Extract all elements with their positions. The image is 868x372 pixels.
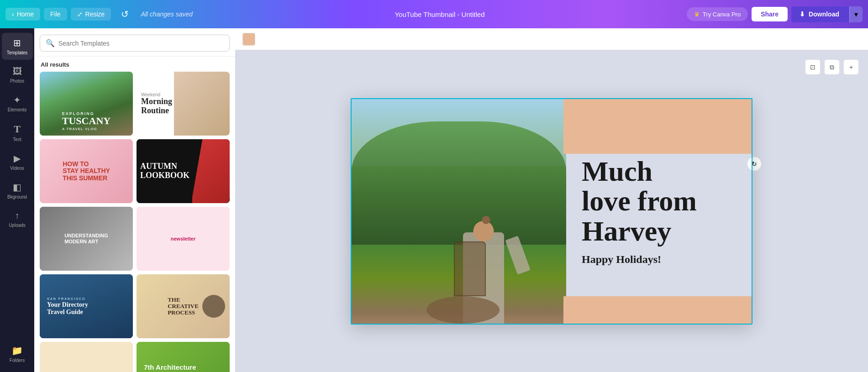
design-photo <box>352 99 566 324</box>
template-architecture[interactable]: 7th ArchitectureSummit REAL WORLD EFFICI… <box>137 342 230 372</box>
saved-status: All changes saved <box>141 10 193 18</box>
template-travel-guide[interactable]: SAN FRANCISCO Your DirectoryTravel Guide <box>40 274 133 338</box>
text-icon: T <box>14 123 21 135</box>
left-sidebar: ⊞ Templates 🖼 Photos ✦ Elements T Text ▶… <box>0 28 34 372</box>
search-wrap: 🔍 <box>40 35 230 52</box>
chevron-down-icon: ▾ <box>854 10 858 18</box>
sidebar-photos-label: Photos <box>10 79 24 84</box>
sidebar-uploads-label: Uploads <box>9 223 26 228</box>
sidebar-item-folders[interactable]: 📁 Folders <box>2 341 33 367</box>
design-photo-section <box>352 99 566 324</box>
download-icon: ⬇ <box>800 10 805 18</box>
undo-button[interactable]: ↺ <box>115 6 135 22</box>
template-modern-art[interactable]: UNDERSTANDINGMODERN ART <box>40 207 133 271</box>
color-swatch[interactable] <box>242 33 255 46</box>
elements-icon: ✦ <box>13 94 21 105</box>
sidebar-item-templates[interactable]: ⊞ Templates <box>2 33 33 60</box>
canvas-toolbar <box>235 28 868 50</box>
try-pro-button[interactable]: ♛ Try Canva Pro <box>687 7 748 21</box>
template-creative-process[interactable]: THECREATIVEPROCESS <box>137 274 230 338</box>
download-label: Download <box>809 10 839 18</box>
frame-square-button[interactable]: ⊡ <box>805 59 821 75</box>
template-tuscany[interactable]: EXPLORING TUSCANY A TRAVEL VLOG <box>40 72 133 136</box>
home-button[interactable]: ‹ Home <box>5 8 40 21</box>
results-label: All results <box>34 57 235 72</box>
chevron-left-icon: ‹ <box>12 10 14 18</box>
sidebar-item-elements[interactable]: ✦ Elements <box>2 90 33 117</box>
sidebar-item-text[interactable]: T Text <box>2 119 33 147</box>
background-icon: ◧ <box>13 182 21 193</box>
main-area: ⊞ Templates 🖼 Photos ✦ Elements T Text ▶… <box>0 28 868 372</box>
canvas-workspace[interactable]: ⊡ ⧉ + ↻ <box>235 50 868 372</box>
design-main-title: Much love from Harvey <box>582 157 733 246</box>
top-navbar: ‹ Home File ⤢ Resize ↺ All changes saved… <box>0 0 868 28</box>
download-wrapper: ⬇ Download ▾ <box>791 6 863 22</box>
resize-button[interactable]: ⤢ Resize <box>71 8 111 21</box>
document-title: YouTube Thumbnail - Untitled <box>395 10 484 18</box>
sidebar-videos-label: Videos <box>10 166 24 171</box>
design-subtitle: Happy Holidays! <box>582 253 733 266</box>
template-autumn[interactable]: AUTUMNLOOKBOOK <box>137 139 230 203</box>
resize-icon: ⤢ <box>77 10 83 18</box>
uploads-icon: ↑ <box>15 210 20 221</box>
templates-icon: ⊞ <box>13 37 21 48</box>
photos-icon: 🖼 <box>13 66 22 77</box>
home-label: Home <box>17 10 34 18</box>
folders-icon: 📁 <box>11 345 23 356</box>
templates-grid: EXPLORING TUSCANY A TRAVEL VLOG Weekend … <box>34 72 235 372</box>
sidebar-item-photos[interactable]: 🖼 Photos <box>2 62 33 88</box>
file-button[interactable]: File <box>44 8 67 21</box>
template-newsletter[interactable]: newsletter <box>137 207 230 271</box>
canvas-area: ⊡ ⧉ + ↻ <box>235 28 868 372</box>
sidebar-templates-label: Templates <box>7 50 28 55</box>
plus-icon: + <box>849 63 853 71</box>
search-section: 🔍 <box>34 28 235 57</box>
search-icon: 🔍 <box>46 39 55 47</box>
sidebar-text-label: Text <box>13 137 21 142</box>
resize-label: Resize <box>85 10 105 18</box>
copy-icon: ⧉ <box>830 63 834 71</box>
frame-tools: ⊡ ⧉ + <box>805 59 859 75</box>
frame-add-button[interactable]: + <box>843 59 859 75</box>
videos-icon: ▶ <box>14 153 21 164</box>
sidebar-elements-label: Elements <box>8 107 27 112</box>
sidebar-folders-label: Folders <box>10 358 25 363</box>
templates-panel: 🔍 All results EXPLORING TUSCANY A TRAVEL… <box>34 28 235 372</box>
search-input[interactable] <box>58 40 224 47</box>
template-healthy[interactable]: HOW TOSTAY HEALTHYTHIS SUMMER <box>40 139 133 203</box>
file-label: File <box>50 10 61 18</box>
design-text-block: Much love from Harvey Happy Holidays! <box>563 99 752 324</box>
sidebar-item-uploads[interactable]: ↑ Uploads <box>2 206 33 232</box>
template-morning-routine[interactable]: Weekend MorningRoutine <box>137 72 230 136</box>
try-pro-label: Try Canva Pro <box>703 11 741 18</box>
sidebar-item-background[interactable]: ◧ Bkground <box>2 177 33 204</box>
crown-icon: ♛ <box>694 10 700 18</box>
share-label: Share <box>761 10 779 18</box>
undo-icon: ↺ <box>121 9 129 20</box>
square-icon: ⊡ <box>810 63 815 71</box>
sidebar-background-label: Bkground <box>7 194 27 199</box>
sidebar-item-videos[interactable]: ▶ Videos <box>2 148 33 175</box>
canvas-design: Much love from Harvey Happy Holidays! <box>351 98 752 325</box>
frame-copy-button[interactable]: ⧉ <box>824 59 840 75</box>
template-jazz[interactable]: ABBEY'S JAZZ PICKS <box>40 342 133 372</box>
share-button[interactable]: Share <box>752 7 788 21</box>
download-dropdown-button[interactable]: ▾ <box>849 6 863 22</box>
download-button[interactable]: ⬇ Download <box>791 6 847 22</box>
